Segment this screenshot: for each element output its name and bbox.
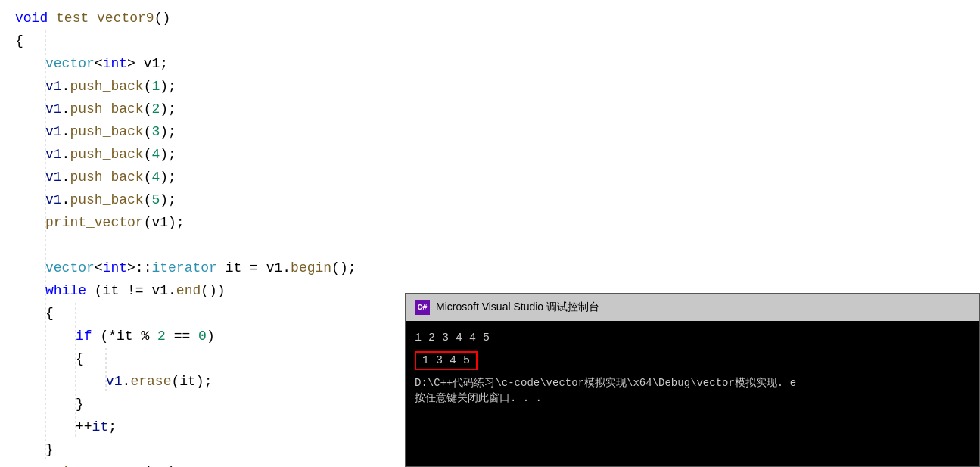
code-line-content: vector<int> v1;: [0, 53, 980, 75]
code-line-content: void test_vector9(): [0, 8, 980, 30]
code-line: v1.push_back(5);: [0, 189, 980, 212]
code-line: void test_vector9(): [0, 8, 980, 30]
code-line: v1.push_back(4);: [0, 167, 980, 189]
console-titlebar: C# Microsoft Visual Studio 调试控制台: [406, 294, 979, 321]
code-line: {: [0, 30, 980, 53]
code-line: [0, 235, 980, 257]
code-line-content: v1.push_back(3);: [0, 121, 980, 143]
code-line: print_vector(v1);: [0, 212, 980, 235]
code-line: v1.push_back(2);: [0, 98, 980, 121]
code-line-content: v1.push_back(4);: [0, 144, 980, 166]
code-line: vector<int>::iterator it = v1.begin();: [0, 257, 980, 280]
code-editor: void test_vector9(){vector<int> v1;v1.pu…: [0, 0, 980, 467]
code-line-content: v1.push_back(1);: [0, 76, 980, 98]
code-line: v1.push_back(4);: [0, 144, 980, 167]
code-line: v1.push_back(1);: [0, 76, 980, 98]
code-line: vector<int> v1;: [0, 53, 980, 76]
code-line-content: v1.push_back(4);: [0, 167, 980, 188]
console-app-icon: C#: [415, 300, 430, 315]
code-line-content: v1.push_back(5);: [0, 189, 980, 211]
console-title: Microsoft Visual Studio 调试控制台: [436, 300, 970, 314]
console-output-1: 1 2 3 4 4 5: [415, 328, 970, 348]
console-body: 1 2 3 4 4 5 1 3 4 5 D:\C++代码练习\c-code\ve…: [406, 321, 979, 466]
console-window[interactable]: C# Microsoft Visual Studio 调试控制台 1 2 3 4…: [405, 293, 980, 467]
console-close-prompt: 按任意键关闭此窗口. . .: [415, 391, 970, 405]
code-line-content: {: [0, 30, 980, 52]
code-line-content: [0, 235, 980, 257]
console-path: D:\C++代码练习\c-code\vector模拟实现\x64\Debug\v…: [415, 375, 970, 391]
code-line-content: vector<int>::iterator it = v1.begin();: [0, 257, 980, 279]
console-output-highlighted: 1 3 4 5: [415, 351, 478, 370]
code-line: v1.push_back(3);: [0, 121, 980, 144]
code-line-content: print_vector(v1);: [0, 212, 980, 234]
code-line-content: v1.push_back(2);: [0, 98, 980, 120]
